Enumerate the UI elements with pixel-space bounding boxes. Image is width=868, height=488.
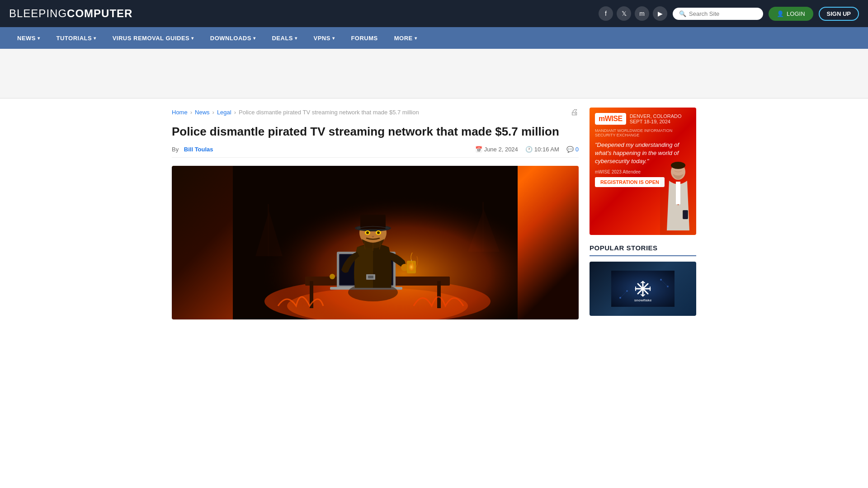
- search-input[interactable]: [689, 10, 757, 17]
- breadcrumb-legal[interactable]: Legal: [217, 109, 231, 116]
- signup-button[interactable]: SIGN UP: [819, 7, 859, 21]
- person-silhouette: [660, 158, 696, 235]
- site-logo[interactable]: BLEEPINGCOMPUTER: [9, 7, 132, 20]
- nav-item-virus-removal[interactable]: VIRUS REMOVAL GUIDES ▾: [104, 27, 202, 49]
- svg-rect-10: [437, 281, 441, 308]
- by-label: By: [172, 146, 179, 153]
- ad-register-button[interactable]: REGISTRATION IS OPEN: [595, 177, 665, 187]
- comments-item: 💬 0: [566, 146, 579, 153]
- popular-stories-title: POPULAR STORIES: [590, 244, 696, 256]
- main-container: Home › News › Legal › Police dismantle p…: [163, 99, 705, 328]
- popular-story-image[interactable]: snowflake: [590, 262, 696, 316]
- chevron-down-icon: ▾: [295, 36, 297, 41]
- calendar-icon: 📅: [475, 146, 482, 153]
- nav-item-deals[interactable]: DEALS ▾: [264, 27, 305, 49]
- snowflake-story-image: snowflake: [611, 271, 675, 307]
- svg-text:snowflake: snowflake: [634, 298, 652, 302]
- comments-icon: 💬: [566, 146, 574, 153]
- content-area: Home › News › Legal › Police dismantle p…: [172, 108, 579, 319]
- article-meta-right: 📅 June 2, 2024 🕐 10:16 AM 💬 0: [475, 146, 579, 153]
- print-icon[interactable]: 🖨: [571, 108, 579, 117]
- chevron-down-icon: ▾: [38, 36, 40, 41]
- svg-rect-38: [676, 182, 680, 204]
- nav-item-tutorials[interactable]: TUTORIALS ▾: [48, 27, 104, 49]
- chevron-down-icon: ▾: [191, 36, 194, 41]
- article-time: 10:16 AM: [534, 146, 559, 153]
- nav-item-downloads[interactable]: DOWNLOADS ▾: [202, 27, 264, 49]
- clock-icon: 🕐: [525, 146, 533, 153]
- breadcrumb-sep: ›: [190, 109, 192, 116]
- nav-item-more[interactable]: MORE ▾: [386, 27, 425, 49]
- nav-item-forums[interactable]: FORUMS: [343, 27, 386, 49]
- date-item: 📅 June 2, 2024: [475, 146, 518, 153]
- chevron-down-icon: ▾: [332, 36, 335, 41]
- breadcrumb-sep: ›: [234, 109, 236, 116]
- popular-stories-section: POPULAR STORIES: [590, 244, 696, 316]
- svg-point-58: [642, 287, 644, 290]
- login-button[interactable]: 👤 LOGIN: [769, 7, 813, 21]
- main-nav: NEWS ▾ TUTORIALS ▾ VIRUS REMOVAL GUIDES …: [0, 27, 868, 49]
- nav-item-news[interactable]: NEWS ▾: [9, 27, 48, 49]
- pirate-illustration: [172, 166, 579, 319]
- breadcrumb-home[interactable]: Home: [172, 109, 188, 116]
- twitter-icon[interactable]: 𝕏: [617, 6, 631, 21]
- search-box: 🔍: [673, 8, 763, 20]
- author-link[interactable]: Bill Toulas: [184, 146, 213, 153]
- ad-banner: [0, 49, 868, 99]
- mastodon-icon[interactable]: m: [635, 6, 649, 21]
- svg-rect-23: [368, 276, 373, 278]
- svg-point-37: [671, 162, 685, 169]
- svg-rect-40: [683, 211, 688, 219]
- chevron-down-icon: ▾: [253, 36, 256, 41]
- breadcrumb-sep: ›: [212, 109, 214, 116]
- search-icon: 🔍: [679, 10, 686, 17]
- hero-image: [172, 166, 579, 319]
- sidebar-ad[interactable]: mWISE DENVER, COLORADO SEPT 18-19, 2024 …: [590, 108, 696, 235]
- ad-person: [660, 158, 696, 235]
- mwise-logo: mWISE: [595, 113, 626, 125]
- youtube-icon[interactable]: ▶: [653, 6, 667, 21]
- article-meta: By Bill Toulas 📅 June 2, 2024 🕐 10:16 AM…: [172, 146, 579, 158]
- ad-subtitle: MANDIANT WORLDWIDE INFORMATION SECURITY …: [595, 128, 691, 137]
- breadcrumb-left: Home › News › Legal › Police dismantle p…: [172, 109, 419, 116]
- time-item: 🕐 10:16 AM: [525, 146, 559, 153]
- svg-point-35: [377, 231, 380, 234]
- sidebar: mWISE DENVER, COLORADO SEPT 18-19, 2024 …: [590, 108, 696, 319]
- ad-event-info: DENVER, COLORADO SEPT 18-19, 2024: [630, 113, 682, 124]
- breadcrumb-current: Police dismantle pirated TV streaming ne…: [239, 109, 419, 116]
- site-header: BLEEPINGCOMPUTER f 𝕏 m ▶ 🔍 👤 LOGIN SIGN …: [0, 0, 868, 27]
- article-author-area: By Bill Toulas: [172, 146, 213, 153]
- svg-point-34: [366, 231, 369, 234]
- article-date: June 2, 2024: [484, 146, 518, 153]
- facebook-icon[interactable]: f: [599, 6, 613, 21]
- snowflake-logo-icon: [636, 282, 650, 296]
- article-title: Police dismantle pirated TV streaming ne…: [172, 124, 579, 140]
- breadcrumb-news[interactable]: News: [195, 109, 210, 116]
- nav-item-vpns[interactable]: VPNS ▾: [306, 27, 343, 49]
- breadcrumb: Home › News › Legal › Police dismantle p…: [172, 108, 579, 117]
- chevron-down-icon: ▾: [415, 36, 417, 41]
- comments-link[interactable]: 0: [576, 146, 579, 153]
- user-icon: 👤: [777, 10, 784, 17]
- header-right: f 𝕏 m ▶ 🔍 👤 LOGIN SIGN UP: [599, 6, 859, 21]
- svg-point-11: [330, 274, 335, 279]
- ad-logo-area: mWISE DENVER, COLORADO SEPT 18-19, 2024: [595, 113, 691, 125]
- svg-rect-26: [408, 263, 415, 271]
- social-icons: f 𝕏 m ▶: [599, 6, 667, 21]
- chevron-down-icon: ▾: [94, 36, 96, 41]
